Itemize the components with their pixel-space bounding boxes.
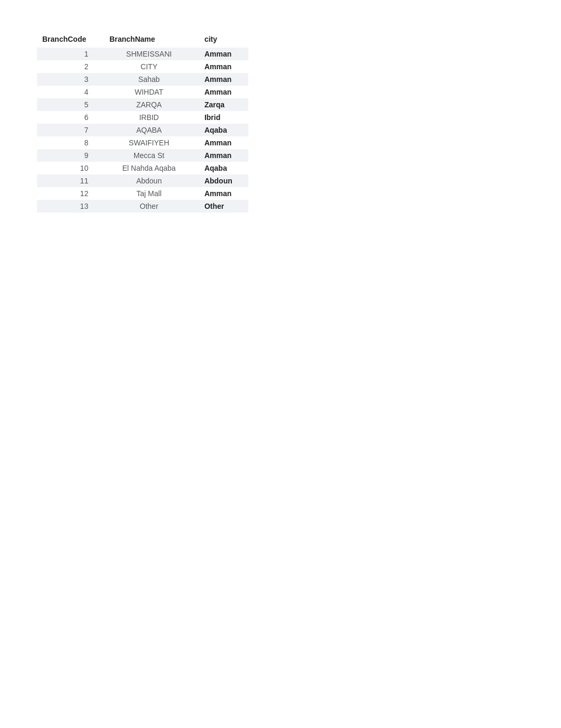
cell-branch-name: Sahab [104,73,199,86]
cell-branch-code: 10 [37,162,104,174]
cell-branch-name: AQABA [104,124,199,136]
cell-branch-name: SWAIFIYEH [104,136,199,149]
cell-branch-code: 13 [37,200,104,213]
table-row: 9Mecca StAmman [37,149,248,162]
cell-city: Amman [199,48,248,60]
cell-city: Other [199,200,248,213]
cell-branch-name: ZARQA [104,98,199,111]
cell-branch-code: 5 [37,98,104,111]
table-row: 7AQABAAqaba [37,124,248,136]
cell-branch-name: Mecca St [104,149,199,162]
cell-city: Aqaba [199,124,248,136]
cell-branch-code: 11 [37,174,104,187]
table-row: 4WIHDATAmman [37,86,248,98]
cell-branch-name: WIHDAT [104,86,199,98]
table-row: 5ZARQAZarqa [37,98,248,111]
cell-branch-code: 12 [37,187,104,200]
cell-city: Amman [199,73,248,86]
cell-city: Abdoun [199,174,248,187]
cell-branch-name: Taj Mall [104,187,199,200]
cell-city: Amman [199,187,248,200]
table-row: 13OtherOther [37,200,248,213]
table-row: 12Taj MallAmman [37,187,248,200]
cell-branch-name: Other [104,200,199,213]
table-row: 11AbdounAbdoun [37,174,248,187]
col-header-city: city [199,32,248,48]
table-row: 1SHMEISSANIAmman [37,48,248,60]
cell-branch-name: CITY [104,60,199,73]
cell-branch-name: Abdoun [104,174,199,187]
cell-branch-name: SHMEISSANI [104,48,199,60]
cell-branch-code: 2 [37,60,104,73]
cell-city: Amman [199,86,248,98]
cell-branch-code: 7 [37,124,104,136]
table-row: 2CITYAmman [37,60,248,73]
table-row: 10El Nahda AqabaAqaba [37,162,248,174]
cell-branch-code: 4 [37,86,104,98]
cell-branch-code: 9 [37,149,104,162]
cell-branch-code: 6 [37,111,104,124]
cell-city: Amman [199,136,248,149]
cell-city: Ibrid [199,111,248,124]
cell-city: Zarqa [199,98,248,111]
table-container: BranchCode BranchName city 1SHMEISSANIAm… [0,0,561,244]
cell-branch-code: 1 [37,48,104,60]
col-header-branch-code: BranchCode [37,32,104,48]
table-row: 3SahabAmman [37,73,248,86]
table-header-row: BranchCode BranchName city [37,32,248,48]
table-row: 6IRBIDIbrid [37,111,248,124]
cell-branch-name: El Nahda Aqaba [104,162,199,174]
cell-branch-name: IRBID [104,111,199,124]
cell-city: Amman [199,60,248,73]
col-header-branch-name: BranchName [104,32,199,48]
table-row: 8SWAIFIYEHAmman [37,136,248,149]
cell-city: Aqaba [199,162,248,174]
cell-branch-code: 3 [37,73,104,86]
cell-city: Amman [199,149,248,162]
cell-branch-code: 8 [37,136,104,149]
branches-table: BranchCode BranchName city 1SHMEISSANIAm… [37,32,248,213]
